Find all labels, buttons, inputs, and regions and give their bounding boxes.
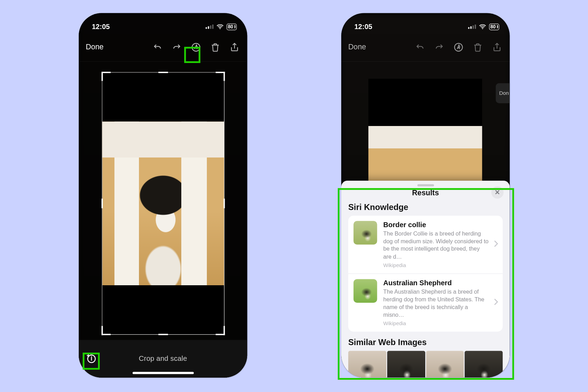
crop-handle-bottom[interactable] xyxy=(158,334,168,335)
markup-icon[interactable] xyxy=(453,42,464,53)
crop-handle-bottom-right[interactable] xyxy=(216,326,225,335)
letterbox-top xyxy=(102,73,224,122)
trash-icon[interactable] xyxy=(210,42,221,53)
letterbox-bottom xyxy=(102,285,224,334)
svg-point-0 xyxy=(219,28,220,29)
visual-lookup-icon[interactable] xyxy=(85,352,97,364)
crop-handle-top[interactable] xyxy=(158,72,168,73)
svg-point-1 xyxy=(192,43,200,51)
crop-box[interactable] xyxy=(102,72,224,335)
card-thumbnail xyxy=(354,279,377,303)
crop-handle-bottom-left[interactable] xyxy=(101,326,110,335)
status-bar: 12:05 80 xyxy=(79,13,247,34)
markup-icon[interactable] xyxy=(190,42,202,53)
sheet-grabber[interactable] xyxy=(417,184,434,186)
close-icon[interactable]: ✕ xyxy=(491,187,504,199)
knowledge-cards: Border collie The Border Collie is a bre… xyxy=(348,216,503,332)
similar-images-header: Similar Web Images xyxy=(348,338,503,348)
chevron-right-icon xyxy=(494,299,498,307)
thumbnail-peek[interactable]: Don xyxy=(496,83,510,104)
home-indicator[interactable] xyxy=(132,372,194,374)
redo-icon[interactable] xyxy=(434,42,445,53)
card-desc: The Australian Shepherd is a breed of he… xyxy=(383,288,489,319)
knowledge-card[interactable]: Border collie The Border Collie is a bre… xyxy=(348,216,503,273)
photo-dog xyxy=(102,122,224,286)
knowledge-card[interactable]: Australian Shepherd The Australian Sheph… xyxy=(348,273,503,331)
undo-icon[interactable] xyxy=(152,42,163,53)
cellular-icon xyxy=(205,24,214,29)
battery-indicator: 80 xyxy=(226,23,237,30)
crop-handle-top-left[interactable] xyxy=(101,72,110,81)
card-title: Australian Shepherd xyxy=(383,279,489,287)
results-sheet[interactable]: Results ✕ Siri Knowledge Border collie T… xyxy=(341,181,510,378)
phone-screenshot-right: 12:05 80 Done Don xyxy=(341,13,510,378)
redo-icon[interactable] xyxy=(171,42,183,53)
status-time: 12:05 xyxy=(355,23,372,31)
sheet-title: Results xyxy=(412,189,439,197)
card-source: Wikipedia xyxy=(383,262,489,268)
card-thumbnail xyxy=(354,221,377,245)
crop-handle-left[interactable] xyxy=(101,199,103,209)
crop-handle-top-right[interactable] xyxy=(216,72,225,81)
svg-point-4 xyxy=(455,43,463,51)
share-icon[interactable] xyxy=(491,42,503,53)
svg-point-3 xyxy=(482,28,483,29)
share-icon[interactable] xyxy=(229,42,240,53)
card-title: Border collie xyxy=(383,221,489,229)
card-desc: The Border Collie is a breed of herding … xyxy=(383,230,489,260)
siri-knowledge-header: Siri Knowledge xyxy=(348,203,503,212)
done-button[interactable]: Done xyxy=(348,43,366,52)
status-time: 12:05 xyxy=(92,23,110,31)
trash-icon[interactable] xyxy=(472,42,484,53)
battery-indicator: 80 xyxy=(489,23,499,30)
status-bar: 12:05 80 xyxy=(341,13,510,34)
similar-image[interactable] xyxy=(426,351,464,378)
wifi-icon xyxy=(478,23,486,31)
undo-icon[interactable] xyxy=(414,42,426,53)
similar-image[interactable] xyxy=(348,351,386,378)
phone-screenshot-left: 12:05 80 Done xyxy=(79,13,247,378)
editor-toolbar: Done xyxy=(79,34,247,62)
wifi-icon xyxy=(216,23,224,31)
crop-caption: Crop and scale xyxy=(139,355,187,363)
chevron-right-icon xyxy=(494,240,498,249)
similar-images-grid xyxy=(348,351,503,378)
similar-image[interactable] xyxy=(465,351,503,378)
cellular-icon xyxy=(468,24,476,29)
card-source: Wikipedia xyxy=(383,320,489,327)
crop-handle-right[interactable] xyxy=(223,199,225,209)
editor-toolbar: Done xyxy=(341,34,510,62)
done-button[interactable]: Done xyxy=(86,43,104,52)
similar-image[interactable] xyxy=(387,351,425,378)
crop-stage[interactable] xyxy=(102,72,224,335)
